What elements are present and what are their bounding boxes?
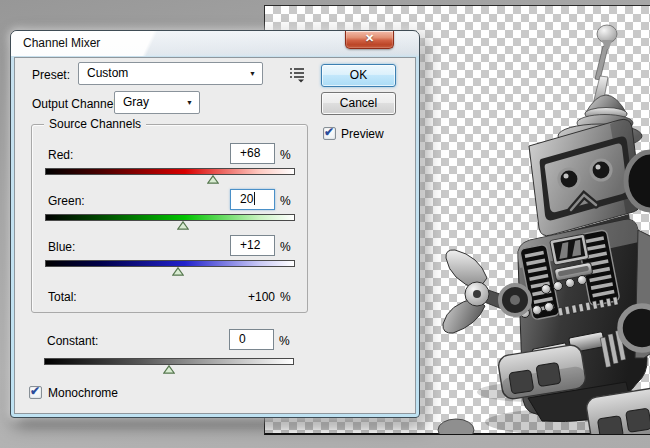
preset-dropdown[interactable]: Custom ▼ [78,62,263,85]
preview-checkbox[interactable]: ✔ [323,127,336,140]
channel-mixer-dialog: Channel Mixer ✕ Preset: Custom ▼ OK Canc… [10,30,420,418]
constant-label: Constant: [47,334,98,348]
green-channel-label: Green: [48,194,85,208]
robot-left-arm [443,250,530,333]
source-channels-legend: Source Channels [44,117,146,131]
chevron-down-icon: ▼ [186,99,193,106]
checkmark-icon: ✔ [324,125,334,139]
close-button[interactable]: ✕ [345,31,394,49]
chevron-down-icon: ▼ [249,70,256,77]
preset-menu-icon [288,65,306,83]
constant-value: 0 [239,332,246,346]
robot-eye-left [559,169,579,189]
robot-eye-right [591,160,611,180]
total-label: Total: [48,290,77,304]
blue-channel-label: Blue: [48,240,75,254]
blue-slider-track[interactable] [45,260,295,267]
blue-value: +12 [240,238,260,252]
robot-antenna [577,25,633,132]
red-channel-label: Red: [48,148,73,162]
monochrome-label[interactable]: Monochrome [48,386,118,400]
close-icon: ✕ [365,32,374,44]
red-slider-track[interactable] [45,168,295,175]
cancel-button[interactable]: Cancel [321,92,396,115]
red-channel-slider[interactable] [45,168,295,186]
constant-slider[interactable] [44,358,294,376]
red-value-field[interactable]: +68 [230,143,275,164]
ok-button[interactable]: OK [321,64,396,87]
blue-unit-label: % [280,240,291,254]
output-channel-value: Gray [123,95,149,109]
dialog-client-area: Preset: Custom ▼ OK Cancel Output Channe… [14,57,416,414]
blue-slider-thumb-icon[interactable] [172,267,184,276]
constant-slider-track[interactable] [44,358,294,365]
green-slider-thumb-icon[interactable] [177,221,189,230]
blue-channel-slider[interactable] [45,260,295,278]
constant-slider-thumb-icon[interactable] [163,365,175,374]
output-channel-dropdown[interactable]: Gray ▼ [114,91,200,114]
text-caret [254,192,255,205]
green-value: 20 [240,192,253,206]
constant-unit-label: % [279,334,290,348]
total-unit-label: % [280,290,291,304]
preset-options-menu-button[interactable] [288,65,308,83]
checkmark-icon: ✔ [30,384,40,398]
green-value-field[interactable]: 20 [230,189,275,210]
blue-value-field[interactable]: +12 [230,235,275,256]
green-slider-track[interactable] [45,214,295,221]
preview-label[interactable]: Preview [341,127,384,141]
green-unit-label: % [280,194,291,208]
red-unit-label: % [280,148,291,162]
red-slider-thumb-icon[interactable] [207,175,219,184]
ok-button-label: OK [350,68,367,82]
green-channel-slider[interactable] [45,214,295,232]
red-value: +68 [240,146,260,160]
dialog-title: Channel Mixer [23,36,100,50]
preset-label: Preset: [32,68,70,82]
output-channel-label: Output Channel: [32,97,119,111]
total-value: +100 [230,290,275,304]
cancel-button-label: Cancel [340,96,377,110]
monochrome-checkbox[interactable]: ✔ [29,386,42,399]
source-channels-group: Source Channels Red: +68 % Green: 20 % [31,124,308,313]
preset-value: Custom [87,66,128,80]
robot-illustration [430,6,650,434]
constant-value-field[interactable]: 0 [229,329,274,350]
